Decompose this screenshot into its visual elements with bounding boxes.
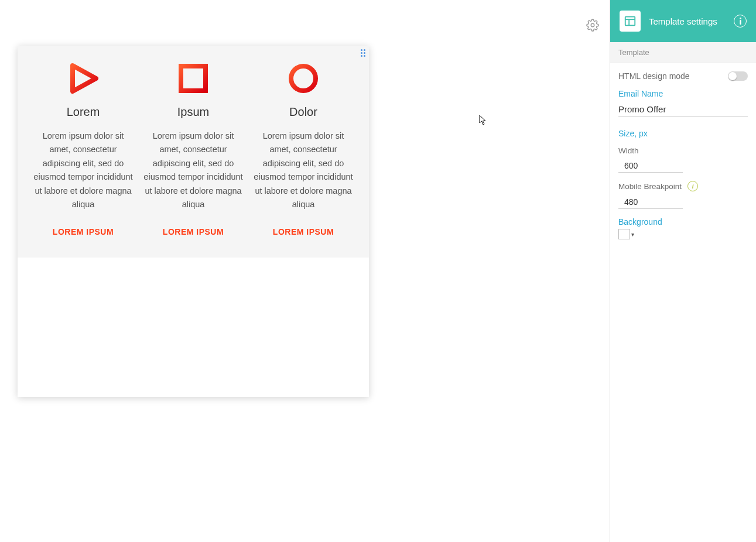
section-label: Template — [610, 42, 756, 63]
breakpoint-input[interactable] — [618, 195, 683, 209]
column-3-cta-link[interactable]: LOREM IPSUM — [253, 227, 354, 236]
panel-body: HTML design mode Email Name Size, px Wid… — [610, 63, 756, 248]
settings-panel: Template settings Template HTML design m… — [610, 0, 756, 542]
breakpoint-label: Mobile Breakpoint — [618, 182, 682, 191]
column-2-title: Ipsum — [143, 105, 244, 119]
drag-handle-icon[interactable] — [361, 49, 365, 57]
column-3[interactable]: Dolor Lorem ipsum dolor sit amet, consec… — [248, 62, 358, 236]
email-name-input[interactable] — [618, 101, 748, 117]
html-mode-toggle[interactable] — [728, 71, 748, 81]
panel-title: Template settings — [649, 16, 726, 26]
svg-rect-3 — [625, 17, 635, 26]
html-mode-label: HTML design mode — [618, 71, 690, 81]
width-input[interactable] — [618, 159, 683, 173]
template-icon — [620, 11, 641, 32]
email-name-label: Email Name — [618, 89, 748, 98]
width-label: Width — [618, 146, 748, 155]
three-column-block[interactable]: Lorem Lorem ipsum dolor sit amet, consec… — [18, 46, 369, 258]
email-template-card[interactable]: Lorem Lorem ipsum dolor sit amet, consec… — [18, 46, 369, 397]
size-label: Size, px — [618, 129, 748, 138]
background-color-picker[interactable]: ▾ — [618, 229, 748, 239]
square-icon — [177, 62, 210, 95]
svg-point-2 — [291, 66, 316, 91]
info-icon[interactable] — [734, 15, 747, 28]
svg-rect-1 — [181, 66, 206, 91]
svg-point-0 — [591, 23, 594, 27]
column-1[interactable]: Lorem Lorem ipsum dolor sit amet, consec… — [28, 62, 138, 236]
html-mode-row: HTML design mode — [618, 71, 748, 81]
cursor-icon — [479, 115, 487, 125]
background-swatch — [618, 229, 630, 239]
column-3-body: Lorem ipsum dolor sit amet, consectetur … — [253, 129, 354, 212]
column-2[interactable]: Ipsum Lorem ipsum dolor sit amet, consec… — [138, 62, 248, 236]
column-1-title: Lorem — [33, 105, 134, 119]
svg-rect-7 — [740, 20, 741, 25]
chevron-down-icon: ▾ — [631, 231, 634, 238]
svg-point-6 — [740, 18, 741, 19]
column-2-body: Lorem ipsum dolor sit amet, consectetur … — [143, 129, 244, 212]
canvas-area[interactable]: Lorem Lorem ipsum dolor sit amet, consec… — [0, 0, 610, 542]
panel-header: Template settings — [610, 0, 756, 42]
play-icon — [67, 62, 100, 95]
info-icon[interactable]: i — [687, 181, 698, 191]
breakpoint-row: Mobile Breakpoint i — [618, 181, 748, 191]
circle-icon — [287, 62, 320, 95]
column-1-body: Lorem ipsum dolor sit amet, consectetur … — [33, 129, 134, 212]
gear-icon[interactable] — [586, 19, 599, 32]
column-2-cta-link[interactable]: LOREM IPSUM — [143, 227, 244, 236]
background-label: Background — [618, 217, 748, 227]
column-1-cta-link[interactable]: LOREM IPSUM — [33, 227, 134, 236]
column-3-title: Dolor — [253, 105, 354, 119]
